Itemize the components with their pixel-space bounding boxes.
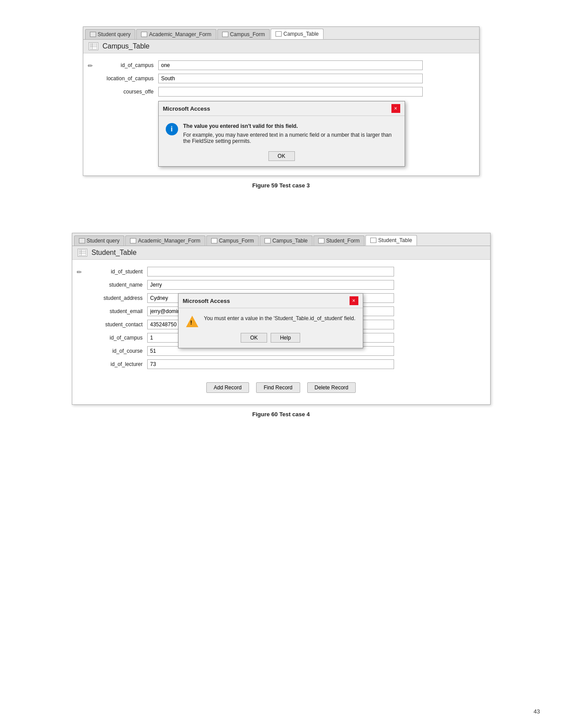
find-record-button[interactable]: Find Record — [256, 382, 300, 393]
dialog-title-2: Microsoft Access — [183, 298, 230, 304]
query-icon-1 — [90, 32, 96, 37]
dialog-title-bar-1: Microsoft Access × — [159, 101, 405, 116]
pencil-icon-2: ✏ — [77, 269, 82, 276]
tab-label: Campus_Form — [219, 238, 254, 244]
form-icon-2 — [222, 32, 228, 37]
form-title-1: Campus_Table — [103, 42, 150, 50]
form-icon-4 — [211, 238, 217, 243]
dialog-close-button-2[interactable]: × — [350, 296, 358, 305]
field-input-location[interactable] — [158, 74, 423, 83]
field-row-student-name: student_name — [90, 280, 473, 290]
dialog-text-1: The value you entered isn't valid for th… — [183, 123, 398, 146]
form-buttons-2: Add Record Find Record Delete Record — [90, 378, 473, 396]
form-header-2: Student_Table — [72, 246, 490, 260]
access-window-1: Student query Academic_Manager_Form Camp… — [83, 26, 480, 176]
field-label-student-address: student_address — [90, 295, 147, 301]
figure-60-caption: Figure 60 Test case 4 — [252, 411, 310, 418]
dialog-close-button-1[interactable]: × — [391, 104, 400, 113]
svg-rect-0 — [90, 43, 97, 49]
form-icon-1 — [141, 32, 147, 37]
query-icon-2 — [79, 238, 85, 243]
dialog-overlay-1: Microsoft Access × i The value you enter… — [158, 101, 462, 167]
table-icon-2 — [264, 238, 271, 243]
tab-label: Academic_Manager_Form — [138, 238, 200, 244]
field-input-lecturer[interactable] — [147, 359, 394, 369]
header-icon-1 — [89, 42, 98, 50]
dialog-help-button-2[interactable]: Help — [271, 333, 300, 343]
warning-icon-1 — [186, 315, 199, 328]
dialog-content-2: You must enter a value in the 'Student_T… — [179, 308, 363, 333]
tab-label: Student query — [87, 238, 120, 244]
field-label-location: location_of_campus — [101, 75, 158, 82]
dialog-detail-msg-1: For example, you may have entered text i… — [183, 132, 398, 144]
info-icon-1: i — [166, 123, 178, 135]
tab-bar-2: Student query Academic_Manager_Form Camp… — [72, 233, 490, 246]
field-row-with-dialog: student_address Microsoft Access × — [90, 293, 473, 303]
tab-label: Academic_Manager_Form — [149, 31, 211, 37]
tab-campus-form-2[interactable]: Campus_Form — [206, 235, 259, 246]
dialog-text-2: You must enter a value in the 'Student_T… — [204, 315, 356, 323]
ms-access-dialog-2: Microsoft Access × You must enter a valu… — [178, 293, 363, 348]
tab-label: Campus_Form — [230, 31, 265, 37]
tab-student-query-2[interactable]: Student query — [74, 235, 125, 246]
tab-student-query-1[interactable]: Student query — [85, 29, 136, 39]
form-title-2: Student_Table — [92, 249, 137, 257]
tab-label: Campus_Table — [272, 238, 308, 244]
field-row-location: location_of_campus — [101, 74, 462, 83]
form-header-1: Campus_Table — [83, 40, 479, 53]
field-row-id-student: id_of_student — [90, 267, 473, 276]
dialog-main-msg-1: The value you entered isn't valid for th… — [183, 123, 398, 129]
ms-access-dialog-1: Microsoft Access × i The value you enter… — [158, 101, 405, 167]
page-number: 43 — [534, 708, 540, 715]
add-record-button[interactable]: Add Record — [206, 382, 249, 393]
dialog-wrapper-2: Microsoft Access × You must enter a valu… — [178, 293, 363, 348]
field-input-student-name[interactable] — [147, 280, 394, 290]
figure-59-caption: Figure 59 Test case 3 — [252, 182, 310, 189]
dialog-buttons-1: OK — [159, 151, 405, 166]
dialog-ok-button-2[interactable]: OK — [241, 333, 267, 343]
field-label-id-campus: id_of_campus — [101, 62, 158, 68]
figure-59-section: Student query Academic_Manager_Form Camp… — [9, 26, 553, 189]
field-label-student-name: student_name — [90, 282, 147, 288]
dialog-title-bar-2: Microsoft Access × — [179, 294, 363, 308]
tab-label: Student_Table — [378, 237, 412, 243]
field-input-courses[interactable] — [158, 87, 423, 97]
field-label-id-student: id_of_student — [90, 269, 147, 275]
pencil-icon-1: ✏ — [88, 62, 93, 69]
field-label-course: id_of_course — [90, 348, 147, 354]
field-label-campus: id_of_campus — [90, 335, 147, 341]
field-label-student-email: student_email — [90, 308, 147, 314]
access-window-2: Student query Academic_Manager_Form Camp… — [72, 233, 491, 405]
field-row-courses: courses_offe — [101, 87, 462, 97]
tab-student-table-2[interactable]: Student_Table — [365, 235, 417, 246]
tab-bar-1: Student query Academic_Manager_Form Camp… — [83, 27, 479, 40]
field-label-courses: courses_offe — [101, 89, 158, 95]
field-input-id-campus[interactable] — [158, 60, 423, 70]
header-icon-2 — [78, 249, 87, 257]
dialog-msg-2: You must enter a value in the 'Student_T… — [204, 315, 356, 321]
dialog-buttons-2: OK Help — [179, 333, 363, 348]
tab-label: Campus_Table — [283, 31, 319, 37]
tab-student-form-2[interactable]: Student_Form — [313, 235, 365, 246]
tab-campus-table-1[interactable]: Campus_Table — [271, 29, 324, 39]
form-icon-3 — [130, 238, 136, 243]
tab-academic-manager-2[interactable]: Academic_Manager_Form — [125, 235, 205, 246]
field-row-id-campus: id_of_campus — [101, 60, 462, 70]
tab-campus-table-2[interactable]: Campus_Table — [260, 235, 313, 246]
field-label-student-contact: student_contact — [90, 321, 147, 328]
dialog-content-1: i The value you entered isn't valid for … — [159, 116, 405, 151]
tab-academic-manager-1[interactable]: Academic_Manager_Form — [136, 29, 216, 39]
form-icon-5 — [318, 238, 324, 243]
field-label-lecturer: id_of_lecturer — [90, 361, 147, 367]
dialog-title-1: Microsoft Access — [163, 105, 210, 112]
delete-record-button[interactable]: Delete Record — [307, 382, 356, 393]
form-body-1: ✏ id_of_campus location_of_campus course… — [83, 53, 479, 175]
tab-campus-form-1[interactable]: Campus_Form — [217, 29, 270, 39]
dialog-ok-button-1[interactable]: OK — [268, 151, 295, 161]
table-icon-1 — [275, 31, 282, 37]
tab-label: Student_Form — [326, 238, 360, 244]
field-input-id-student[interactable] — [147, 267, 394, 276]
page-container: Student query Academic_Manager_Form Camp… — [9, 9, 553, 435]
field-row-lecturer: id_of_lecturer — [90, 359, 473, 369]
table-icon-3 — [370, 238, 376, 243]
